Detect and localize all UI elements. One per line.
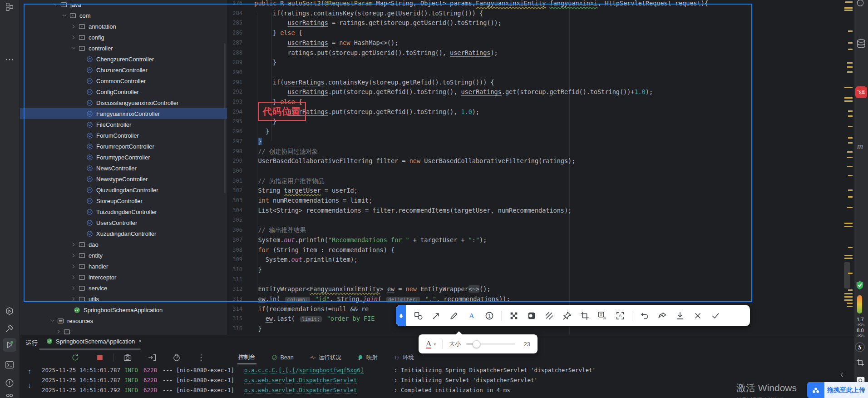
arrow-tool[interactable]	[429, 308, 444, 323]
tree-item-com[interactable]: com	[20, 10, 227, 21]
tree-item-SpringbootSchemaApplication[interactable]: SpringbootSchemaApplication	[20, 304, 227, 315]
notifications-icon[interactable]	[856, 0, 865, 6]
code-line-304[interactable]: List<String> recommendations = filter.re…	[247, 205, 572, 215]
slider-knob[interactable]	[473, 340, 480, 348]
hatch-tool[interactable]	[542, 308, 557, 323]
run-config-tab[interactable]: SpringbootSchemaApplication ×	[45, 338, 142, 345]
tree-item-NewstypeController[interactable]: CNewstypeController	[20, 174, 227, 184]
run-toolwindow-button[interactable]	[3, 338, 16, 352]
download-tool[interactable]	[672, 308, 688, 323]
log-logger-link[interactable]: o.a.c.c.C.[.[.[/springbootfwqf5xg6]	[244, 365, 394, 375]
pen-tool[interactable]	[446, 308, 462, 323]
tree-item-entity[interactable]: entity	[20, 250, 227, 261]
code-line-303[interactable]: int numRecommendations = limit;	[247, 195, 372, 205]
tree-item-interceptor[interactable]: interceptor	[20, 272, 227, 283]
chevron-right-icon[interactable]	[54, 328, 63, 335]
stop-icon[interactable]	[95, 353, 104, 362]
code-editor[interactable]: 代码位置 276 public R autoSort2(@RequestPara…	[227, 0, 843, 335]
code-line-314[interactable]: if(recommendations!=null && re	[247, 304, 369, 314]
tree-item-ForumController[interactable]: CForumController	[20, 130, 227, 141]
color-indicator[interactable]	[396, 305, 406, 326]
crop-tool[interactable]	[577, 308, 592, 323]
rerun-icon[interactable]	[71, 353, 80, 362]
code-line-306[interactable]: // 输出推荐结果	[247, 225, 306, 235]
chevron-down-icon[interactable]	[48, 317, 56, 324]
tree-item-ChengzurenController[interactable]: CChengzurenController	[20, 54, 227, 65]
tree-item-dao[interactable]: dao	[20, 239, 227, 250]
code-line-302[interactable]: String targetUser = userId;	[247, 185, 358, 195]
structure-icon[interactable]	[5, 2, 15, 12]
camera-icon[interactable]	[123, 353, 132, 362]
maven-icon[interactable]: m	[857, 142, 863, 151]
tree-item-ChuzurenController[interactable]: CChuzurenController	[20, 65, 227, 75]
chevron-down-icon[interactable]	[51, 1, 59, 8]
log-logger-link[interactable]: o.s.web.servlet.DispatcherServlet	[244, 375, 394, 385]
log-line[interactable]: 2025-11-25 14:51:01.792INFO6228---[nio-8…	[42, 385, 850, 395]
mosaic-tool[interactable]	[506, 308, 522, 323]
code-line-310[interactable]: }	[247, 264, 262, 274]
code-line-316[interactable]: }	[247, 323, 262, 333]
chevron-right-icon[interactable]	[69, 263, 78, 270]
tree-item-StoreupController[interactable]: CStoreupController	[20, 195, 227, 206]
code-line-309[interactable]: System.out.println(item);	[247, 254, 358, 264]
code-line-307[interactable]: System.out.println("Recommendations for …	[247, 235, 487, 245]
sogou-input-icon[interactable]: S	[854, 342, 865, 353]
log-logger-link[interactable]: o.s.web.servlet.DispatcherServlet	[244, 385, 394, 395]
vcs-icon[interactable]	[5, 393, 15, 398]
close-tool[interactable]	[690, 308, 705, 323]
database-icon[interactable]	[856, 38, 867, 49]
tree-item-java[interactable]: java	[20, 0, 227, 10]
feisuan-plugin-icon[interactable]: 飞算	[855, 86, 867, 98]
text-tool[interactable]: A	[464, 308, 479, 323]
services-icon[interactable]	[5, 306, 15, 316]
tree-item-ConfigController[interactable]: CConfigController	[20, 86, 227, 97]
undo-tool[interactable]	[637, 308, 652, 323]
console-tab-运行状况[interactable]: 运行状况	[308, 352, 342, 364]
shape-tool[interactable]	[411, 308, 426, 323]
tree-item-service[interactable]: service	[20, 283, 227, 294]
font-color-button[interactable]: A	[426, 340, 431, 348]
problems-icon[interactable]	[5, 378, 15, 388]
code-line-286[interactable]: } else {	[247, 28, 302, 38]
tree-item-TuizudingdanController[interactable]: CTuizudingdanController	[20, 206, 227, 217]
code-line-284[interactable]: if(ratings.containsKey(storeup.getUserid…	[247, 8, 483, 18]
build-icon[interactable]	[5, 323, 15, 333]
tree-item-handler[interactable]: handler	[20, 261, 227, 272]
tree-item-controller[interactable]: controller	[20, 43, 227, 54]
console-tab-环境[interactable]: {}环境	[392, 352, 415, 364]
log-line[interactable]: 2025-11-25 14:51:01.787INFO6228---[nio-8…	[42, 375, 850, 385]
code-line-313[interactable]: ew.in( column: "id", String.join( delimi…	[247, 294, 510, 304]
collapse-chevron-icon[interactable]	[838, 371, 846, 379]
chevron-down-icon[interactable]: ▾	[434, 342, 436, 347]
chevron-down-icon[interactable]	[60, 12, 69, 19]
tree-item-FangyuanxinxiController[interactable]: CFangyuanxinxiController	[20, 108, 227, 119]
chevron-right-icon[interactable]	[69, 34, 78, 41]
tree-item-partial[interactable]	[20, 326, 227, 335]
more-tools-icon[interactable]	[5, 55, 15, 65]
code-line-299[interactable]: UserBasedCollaborativeFiltering filter =…	[247, 156, 575, 166]
drag-upload-button[interactable]: 拖拽至此上传	[807, 382, 868, 398]
confirm-tool[interactable]	[708, 308, 723, 323]
console-tab-映射[interactable]: 映射	[356, 352, 379, 364]
chevron-down-icon[interactable]	[69, 45, 78, 52]
console-tab-Bean[interactable]: Bean	[270, 352, 295, 363]
code-line-301[interactable]: // 为指定用户推荐物品	[247, 176, 324, 186]
tree-item-UsersController[interactable]: CUsersController	[20, 217, 227, 228]
chevron-right-icon[interactable]	[69, 274, 78, 281]
kebab-icon[interactable]	[197, 353, 206, 362]
pin-tool[interactable]	[559, 308, 575, 323]
blur-tool[interactable]	[524, 308, 539, 323]
import-icon[interactable]	[148, 353, 157, 362]
tree-item-config[interactable]: config	[20, 32, 227, 43]
chevron-right-icon[interactable]	[69, 241, 78, 248]
code-line-288[interactable]: ratings.put(storeup.getUserid().toString…	[247, 48, 498, 58]
tree-item-CommonController[interactable]: CCommonController	[20, 75, 227, 86]
font-size-slider[interactable]	[466, 343, 515, 345]
code-line-292[interactable]: userRatings.put(storeup.getRefid().toStr…	[247, 87, 653, 97]
console-log-output[interactable]: 2025-11-25 14:51:01.787INFO6228---[nio-8…	[42, 365, 850, 395]
chevron-right-icon[interactable]	[69, 295, 78, 303]
number-tool[interactable]: 1	[482, 308, 497, 323]
code-line-298[interactable]: // 创建协同过滤对象	[247, 146, 318, 156]
share-tool[interactable]	[655, 308, 670, 323]
code-line-297[interactable]: }	[247, 136, 262, 146]
